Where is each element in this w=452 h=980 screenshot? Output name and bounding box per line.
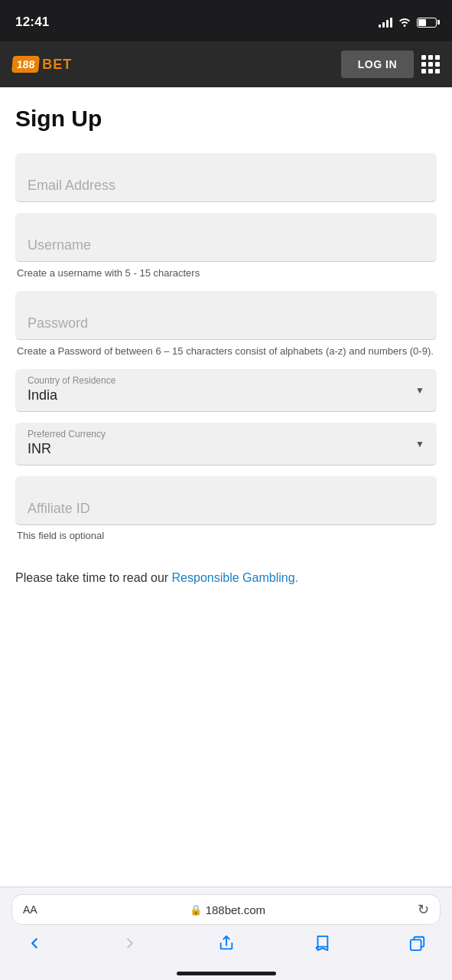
password-field-box bbox=[15, 291, 437, 340]
username-input[interactable] bbox=[28, 230, 424, 261]
status-icons bbox=[379, 16, 437, 29]
browser-bar: AA 🔒 188bet.com ↻ bbox=[0, 887, 452, 965]
logo-num: 188 bbox=[16, 59, 35, 70]
navbar: 188 BET LOG IN bbox=[0, 41, 452, 87]
status-time: 12:41 bbox=[15, 15, 49, 30]
resp-gambling-link[interactable]: Responsible Gambling. bbox=[172, 571, 298, 584]
currency-chevron-icon: ▼ bbox=[415, 439, 424, 449]
email-field-group bbox=[15, 153, 437, 202]
login-button[interactable]: LOG IN bbox=[341, 51, 414, 78]
logo-text: BET bbox=[42, 57, 72, 73]
country-field-group: Country of Residence India ▼ bbox=[15, 369, 437, 412]
username-field-box bbox=[15, 213, 437, 262]
signal-icon bbox=[379, 17, 392, 28]
menu-grid-icon[interactable] bbox=[421, 55, 440, 74]
country-select[interactable]: Country of Residence India ▼ bbox=[15, 369, 437, 412]
bookmarks-button[interactable] bbox=[307, 932, 337, 959]
country-value: India bbox=[28, 387, 424, 403]
password-input[interactable] bbox=[28, 308, 424, 339]
currency-label: Preferred Currency bbox=[28, 429, 424, 439]
currency-value: INR bbox=[28, 441, 424, 457]
affiliate-field-group: This field is optional bbox=[15, 476, 437, 541]
browser-url-row: AA 🔒 188bet.com ↻ bbox=[12, 895, 440, 924]
wifi-icon bbox=[398, 16, 411, 29]
affiliate-input[interactable] bbox=[28, 493, 424, 524]
username-hint: Create a username with 5 - 15 characters bbox=[15, 266, 437, 280]
main-content: Sign Up Create a username with 5 - 15 ch… bbox=[0, 87, 452, 887]
forward-button[interactable] bbox=[115, 932, 145, 959]
currency-field-group: Preferred Currency INR ▼ bbox=[15, 423, 437, 466]
logo: 188 BET bbox=[12, 56, 72, 73]
page-title: Sign Up bbox=[15, 106, 437, 132]
browser-url-text: 188bet.com bbox=[206, 903, 265, 916]
country-chevron-icon: ▼ bbox=[415, 385, 424, 396]
username-field-group: Create a username with 5 - 15 characters bbox=[15, 213, 437, 280]
currency-select[interactable]: Preferred Currency INR ▼ bbox=[15, 423, 437, 466]
tabs-button[interactable] bbox=[403, 932, 432, 959]
home-bar bbox=[177, 972, 276, 975]
home-indicator bbox=[0, 965, 452, 980]
nav-right: LOG IN bbox=[341, 51, 440, 78]
battery-icon bbox=[417, 18, 437, 28]
email-field-box bbox=[15, 153, 437, 202]
browser-url-display: 🔒 188bet.com bbox=[190, 903, 265, 916]
email-input[interactable] bbox=[28, 170, 424, 201]
lock-icon: 🔒 bbox=[190, 904, 202, 916]
password-hint: Create a Password of between 6 – 15 char… bbox=[15, 345, 437, 358]
reload-icon[interactable]: ↻ bbox=[418, 901, 429, 918]
logo-badge: 188 bbox=[11, 56, 40, 73]
back-button[interactable] bbox=[20, 932, 49, 959]
password-field-group: Create a Password of between 6 – 15 char… bbox=[15, 291, 437, 358]
svg-rect-1 bbox=[411, 939, 421, 950]
share-button[interactable] bbox=[212, 932, 241, 959]
affiliate-hint: This field is optional bbox=[15, 530, 437, 541]
browser-aa-button[interactable]: AA bbox=[23, 903, 37, 916]
country-label: Country of Residence bbox=[28, 375, 424, 386]
browser-nav bbox=[12, 932, 440, 959]
affiliate-field-box bbox=[15, 476, 437, 525]
status-bar: 12:41 bbox=[0, 0, 452, 41]
resp-gambling-text: Please take time to read our Responsible… bbox=[15, 569, 437, 587]
